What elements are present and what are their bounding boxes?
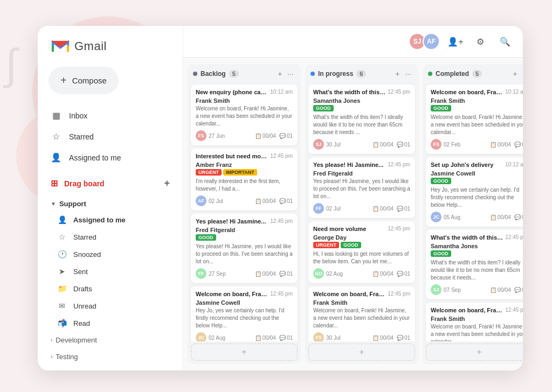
card-footer-inprogress-2: GD 02 Aug 📋00/04 💬01 — [313, 268, 410, 279]
add-person-button[interactable]: 👤+ — [446, 32, 465, 51]
card-meta1: 📋00/04 — [255, 335, 276, 341]
col-more-button-completed[interactable]: ··· — [521, 68, 523, 79]
col-count-backlog: 5 — [229, 70, 239, 78]
card-meta2: 💬01 — [279, 271, 293, 277]
card-tags-backlog-2: GOOD — [196, 234, 293, 241]
main-card: Gmail + Compose ▦ Inbox ☆ Starred 👤 Assi… — [38, 26, 523, 370]
card-backlog-3[interactable]: Welcome on board, Frank! 12:45 pm Jasmin… — [191, 286, 298, 341]
tune-button[interactable]: ⚙ — [471, 32, 489, 51]
gmail-logo: Gmail — [38, 37, 183, 67]
sidebar-item-starred-sub[interactable]: ☆ Starred — [38, 228, 176, 246]
card-backlog-1[interactable]: Interested but need more info 12:45 pm A… — [191, 149, 298, 211]
card-date-backlog-2: 27 Sep — [209, 271, 226, 277]
col-add-button-backlog[interactable]: + — [276, 68, 284, 79]
card-meta1: 📋00/04 — [372, 206, 394, 212]
card-preview-inprogress-2: Hi, I was looking to get more volumes of… — [313, 250, 410, 265]
card-header-row-completed-3: Welcome on board, Frank! 12:45 pm — [431, 307, 523, 313]
card-tags-inprogress-2: URGENTGOOD — [313, 242, 410, 248]
card-time-inprogress-2: 12:45 pm — [388, 226, 410, 232]
bg-decoration-squiggle: ∫ — [5, 43, 17, 86]
sidebar-item-read[interactable]: 📬 Read — [38, 314, 176, 332]
card-meta1: 📋00/04 — [255, 133, 276, 139]
avatar-group: SJ AF — [409, 33, 440, 50]
card-footer-backlog-3: JC 02 Aug 📋00/04 💬01 — [196, 332, 293, 341]
sidebar-item-assigned[interactable]: 👤 Assigned to me — [38, 147, 176, 168]
card-inprogress-1[interactable]: Yes please! Hi Jasmine... 12:45 pm Fred … — [308, 157, 415, 218]
card-meta-inprogress-1: 📋00/04 💬01 — [372, 206, 410, 212]
col-header-completed: Completed 5 + ··· — [423, 64, 523, 82]
card-meta1: 📋00/04 — [372, 335, 394, 341]
card-header-row-inprogress-0: What's the width of this item? 12:45 pm — [313, 89, 410, 95]
card-from-completed-2: Samantha Jones — [431, 243, 523, 249]
card-footer-backlog-0: FS 27 Jun 📋00/04 💬01 — [196, 130, 293, 141]
card-time-inprogress-0: 12:45 pm — [388, 89, 410, 95]
card-footer-completed-1: JC 05 Aug 📋00/04 💬01 — [431, 212, 523, 222]
card-inprogress-3[interactable]: Welcome on board, Frank! 12:45 pm Frank … — [308, 286, 415, 341]
sidebar-item-sent[interactable]: ➤ Sent — [38, 263, 176, 280]
card-meta2: 💬01 — [514, 142, 523, 148]
col-more-button-backlog[interactable]: ··· — [286, 68, 295, 79]
card-meta-inprogress-3: 📋00/04 💬01 — [372, 335, 410, 341]
card-inprogress-0[interactable]: What's the width of this item? 12:45 pm … — [308, 85, 415, 154]
card-subject-inprogress-0: What's the width of this item? — [313, 89, 385, 95]
card-meta-completed-1: 📋00/04 💬01 — [490, 214, 523, 220]
card-header-row-backlog-1: Interested but need more info 12:45 pm — [196, 153, 293, 159]
sidebar-item-starred[interactable]: ☆ Starred — [38, 126, 176, 147]
sidebar-item-unread[interactable]: ✉ Unread — [38, 297, 176, 314]
support-header[interactable]: ▼ Support — [38, 197, 183, 211]
card-footer-inprogress-1: FF 02 Jul 📋00/04 💬01 — [313, 203, 410, 214]
card-completed-2[interactable]: What's the width of this item? 12:45 pm … — [426, 230, 523, 299]
support-section: ▼ Support 👤 Assigned to me ☆ Starred 🕐 S… — [38, 197, 183, 332]
col-add-button-completed[interactable]: + — [511, 68, 519, 79]
sidebar-item-drafts[interactable]: 📁 Drafts — [38, 280, 176, 297]
card-date-backlog-3: 02 Aug — [209, 335, 225, 341]
col-add-button-inprogress[interactable]: + — [394, 68, 401, 79]
card-header-row-backlog-0: New enquiry (phone call Mr... 10:12 am — [196, 89, 293, 95]
add-card-button-backlog[interactable]: + — [191, 344, 298, 361]
card-subject-backlog-0: New enquiry (phone call Mr... — [196, 89, 268, 95]
card-header-row-backlog-2: Yes please! Hi Jasmine... 12:45 pm — [196, 218, 293, 225]
sidebar-item-testing[interactable]: › Testing — [38, 348, 183, 365]
sent-label: Sent — [73, 268, 88, 276]
sidebar-item-assigned-to-me[interactable]: 👤 Assigned to me — [38, 211, 176, 228]
sidebar: Gmail + Compose ▦ Inbox ☆ Starred 👤 Assi… — [38, 26, 183, 370]
card-backlog-0[interactable]: New enquiry (phone call Mr... 10:12 am F… — [191, 85, 298, 145]
card-footer-inprogress-3: FS 30 Jul 📋00/04 💬01 — [313, 332, 410, 341]
sidebar-item-development[interactable]: › Development — [38, 332, 183, 348]
board-area: Backlog 5 + ··· New enquiry (phone call … — [183, 58, 523, 370]
search-button[interactable]: 🔍 — [496, 32, 514, 51]
card-header-row-completed-0: Welcome on board, Frank! 10:12 am — [431, 89, 523, 95]
card-header-row-inprogress-2: Need more volume 12:45 pm — [313, 226, 410, 232]
card-meta1: 📋00/04 — [490, 287, 511, 293]
col-more-button-inprogress[interactable]: ··· — [403, 68, 413, 79]
sidebar-item-inbox[interactable]: ▦ Inbox — [38, 105, 176, 126]
card-footer-backlog-1: AF 02 Jul 📋00/04 💬01 — [196, 195, 293, 206]
drag-board-add-button[interactable]: + — [164, 178, 170, 189]
card-meta1: 📋00/04 — [372, 142, 394, 148]
card-preview-completed-2: What's the width of this item? I ideally… — [431, 259, 523, 282]
card-meta-backlog-2: 📋00/04 💬01 — [255, 271, 293, 277]
card-subject-completed-3: Welcome on board, Frank! — [431, 307, 503, 313]
card-date-completed-0: 02 Feb — [444, 142, 460, 148]
drag-board-header: ⊞ Drag board + — [51, 178, 170, 189]
card-header-row-inprogress-1: Yes please! Hi Jasmine... 12:45 pm — [313, 162, 410, 168]
add-card-button-completed[interactable]: + — [426, 344, 523, 361]
col-title-completed: Completed — [436, 70, 469, 78]
card-meta1: 📋00/04 — [490, 214, 511, 220]
compose-button[interactable]: + Compose — [49, 67, 119, 94]
testing-chevron-icon: › — [51, 354, 52, 360]
sidebar-item-snoozed[interactable]: 🕐 Snoozed — [38, 246, 176, 263]
app-title: Gmail — [74, 39, 107, 53]
col-count-inprogress: 6 — [356, 70, 366, 78]
card-subject-completed-1: Set up John's delivery — [431, 162, 503, 168]
card-subject-backlog-3: Welcome on board, Frank! — [196, 291, 268, 297]
card-completed-3[interactable]: Welcome on board, Frank! 12:45 pm Frank … — [426, 303, 523, 341]
card-inprogress-2[interactable]: Need more volume 12:45 pm George Day URG… — [308, 221, 415, 283]
card-date-completed-2: 07 Sep — [444, 287, 461, 293]
card-time-completed-1: 10:12 am — [505, 162, 523, 167]
add-card-button-inprogress[interactable]: + — [308, 344, 415, 361]
card-completed-1[interactable]: Set up John's delivery 10:12 am Jasmine … — [426, 157, 523, 227]
card-completed-0[interactable]: Welcome on board, Frank! 10:12 am Frank … — [426, 85, 523, 154]
card-backlog-2[interactable]: Yes please! Hi Jasmine... 12:45 pm Fred … — [191, 214, 298, 283]
toolbar: SJ AF 👤+ ⚙ 🔍 — [183, 26, 523, 58]
